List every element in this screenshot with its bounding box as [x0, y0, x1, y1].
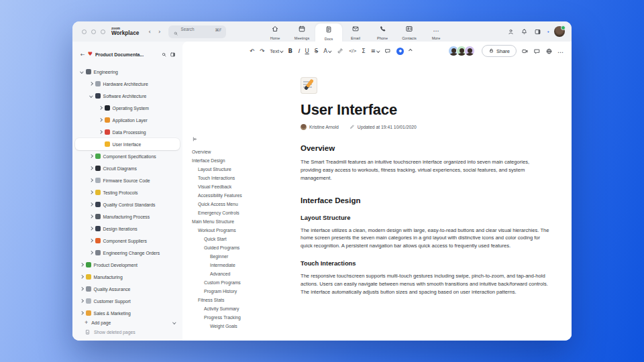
outline-item-beginner[interactable]: Beginner: [192, 252, 294, 261]
tree-item-product-development[interactable]: Product Development: [75, 259, 180, 271]
tree-item-engineering[interactable]: Engineering: [75, 66, 180, 78]
tab-phone[interactable]: Phone: [369, 21, 396, 42]
outline-item-emergency-controls[interactable]: Emergency Controls: [192, 208, 294, 217]
user-avatar[interactable]: [554, 26, 565, 37]
chevron-right-icon[interactable]: [89, 239, 93, 242]
ai-companion-button[interactable]: [396, 48, 404, 55]
chevron-right-icon[interactable]: [89, 251, 93, 254]
tree-item-application-layer[interactable]: Application Layer: [75, 114, 180, 126]
tree-item-manufacturing-process[interactable]: Manufacturing Process: [75, 210, 180, 223]
outline-item-overview[interactable]: Overview: [192, 147, 294, 156]
tree-item-quality-control-standards[interactable]: Quality Control Standards: [75, 198, 180, 210]
side-panel-toggle-icon[interactable]: [534, 28, 541, 36]
tree-item-testing-protocols[interactable]: Testing Protocols: [75, 186, 180, 198]
outline-item-intermediate[interactable]: Intermediate: [192, 261, 294, 269]
italic-button[interactable]: I: [298, 48, 300, 54]
global-search-input[interactable]: Search ⌘F: [168, 25, 226, 38]
chat-button[interactable]: [533, 48, 541, 55]
outline-item-fitness-stats[interactable]: Fitness Stats: [192, 296, 294, 304]
notifications-bell-icon[interactable]: [521, 28, 528, 36]
chevron-right-icon[interactable]: [80, 275, 83, 278]
chevron-right-icon[interactable]: [80, 311, 83, 314]
chevron-right-icon[interactable]: [99, 106, 102, 109]
tree-item-operating-system[interactable]: Operating System: [75, 102, 180, 114]
outline-item-touch-interactions[interactable]: Touch Interactions: [192, 174, 294, 182]
sidebar-back-icon[interactable]: ←: [80, 52, 85, 58]
minimize-window-button[interactable]: [91, 29, 96, 34]
web-publish-button[interactable]: [545, 48, 553, 55]
chevron-right-icon[interactable]: [89, 154, 93, 158]
add-page-row[interactable]: + Add page: [72, 319, 182, 326]
share-button[interactable]: Share: [482, 45, 517, 57]
tab-more[interactable]: ⋯More: [423, 21, 449, 42]
tab-meetings[interactable]: Meetings: [288, 21, 315, 42]
chevron-right-icon[interactable]: [80, 263, 83, 266]
sidebar-panel-icon[interactable]: [170, 48, 176, 60]
text-color-dropdown[interactable]: A: [323, 48, 331, 54]
page-memo-icon[interactable]: [301, 77, 317, 94]
outline-item-visual-feedback[interactable]: Visual Feedback: [192, 182, 294, 191]
chevron-right-icon[interactable]: [80, 299, 83, 302]
chevron-down-icon[interactable]: [89, 94, 93, 97]
tree-item-user-interface[interactable]: User Interface: [75, 138, 180, 150]
collaborator-avatar-3[interactable]: [464, 46, 475, 56]
show-deleted-pages-row[interactable]: Show deleted pages: [72, 326, 182, 338]
equation-button[interactable]: Σ: [362, 48, 365, 54]
undo-button[interactable]: ↶: [250, 48, 254, 54]
chevron-down-icon[interactable]: [80, 70, 83, 73]
outline-item-activity-summary[interactable]: Activity Summary: [192, 304, 294, 313]
tree-item-firmware-source-code[interactable]: Firmware Source Code: [75, 174, 180, 186]
workspace-title[interactable]: Product Documenta...: [95, 52, 158, 57]
chevron-right-icon[interactable]: [99, 118, 102, 121]
outline-item-quick-start[interactable]: Quick Start: [192, 235, 294, 243]
nav-forward-icon[interactable]: ›: [158, 28, 161, 35]
chevron-right-icon[interactable]: [89, 202, 93, 206]
chevron-right-icon[interactable]: [99, 130, 102, 133]
tree-item-manufacturing[interactable]: Manufacturing: [75, 271, 180, 283]
underline-button[interactable]: U: [305, 48, 309, 54]
outline-item-main-menu-structure[interactable]: Main Menu Structure: [192, 217, 294, 226]
tab-docs[interactable]: Docs: [315, 23, 342, 42]
outline-item-weight-goals[interactable]: Weight Goals: [192, 322, 294, 330]
chevron-right-icon[interactable]: [89, 82, 93, 85]
outline-item-layout-structure[interactable]: Layout Structure: [192, 165, 294, 174]
tab-contacts[interactable]: Contacts: [396, 21, 423, 42]
more-options-button[interactable]: ⋯: [557, 45, 564, 57]
add-page-collapse-chevron-icon[interactable]: [173, 320, 176, 324]
tab-home[interactable]: Home: [262, 21, 288, 42]
tree-item-data-processing[interactable]: Data Processing: [75, 126, 180, 138]
collapse-toolbar-button[interactable]: [409, 50, 412, 52]
tree-item-component-suppliers[interactable]: Component Suppliers: [75, 235, 180, 247]
text-style-dropdown[interactable]: Text: [270, 48, 282, 54]
tree-item-software-architecture[interactable]: Software Architecture: [75, 90, 180, 102]
redo-button[interactable]: ↷: [260, 48, 264, 54]
chevron-right-icon[interactable]: [89, 166, 93, 170]
comment-button[interactable]: [384, 48, 391, 54]
outline-item-workout-programs[interactable]: Workout Programs: [192, 226, 294, 235]
tree-item-quality-assurance[interactable]: Quality Assurance: [75, 283, 180, 295]
outline-item-guided-programs[interactable]: Guided Programs: [192, 243, 294, 252]
outline-item-interface-design[interactable]: Interface Design: [192, 156, 294, 165]
video-call-button[interactable]: [521, 48, 529, 55]
tree-item-circuit-diagrams[interactable]: Circuit Diagrams: [75, 162, 180, 174]
tree-item-customer-support[interactable]: Customer Support: [75, 295, 180, 307]
chevron-right-icon[interactable]: [80, 287, 83, 290]
link-button[interactable]: [337, 48, 343, 54]
tab-email[interactable]: Email: [342, 21, 369, 42]
tree-item-component-specifications[interactable]: Component Specifications: [75, 150, 180, 162]
status-person-icon[interactable]: [507, 28, 515, 36]
sidebar-search-icon[interactable]: [161, 48, 167, 60]
outline-item-program-history[interactable]: Program History: [192, 287, 294, 296]
tree-item-design-iterations[interactable]: Design Iterations: [75, 223, 180, 235]
code-button[interactable]: </>: [349, 48, 357, 54]
outline-item-quick-access-menu[interactable]: Quick Access Menu: [192, 200, 294, 208]
close-window-button[interactable]: [82, 29, 87, 34]
nav-back-icon[interactable]: ‹: [148, 28, 151, 35]
outline-item-progress-tracking[interactable]: Progress Tracking: [192, 313, 294, 322]
chevron-right-icon[interactable]: [89, 178, 93, 182]
outline-item-accessibility-features[interactable]: Accessibility Features: [192, 191, 294, 200]
zoom-window-button[interactable]: [101, 29, 105, 34]
chevron-right-icon[interactable]: [89, 215, 93, 218]
tree-item-hardware-architecture[interactable]: Hardware Architecture: [75, 78, 180, 90]
tree-item-sales-marketing[interactable]: Sales & Marketing: [75, 307, 180, 319]
